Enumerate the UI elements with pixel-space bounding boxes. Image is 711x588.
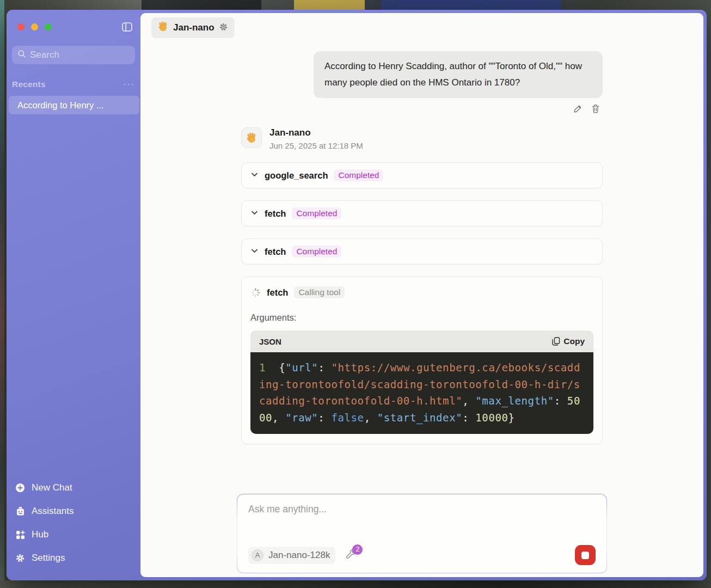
recents-label: Recents (12, 79, 46, 89)
message-timestamp: Jun 25, 2025 at 12:18 PM (269, 141, 363, 150)
chat-input[interactable] (248, 504, 596, 515)
arguments-label: Arguments: (250, 313, 593, 323)
stop-icon (581, 552, 589, 559)
gear-icon[interactable] (219, 22, 228, 34)
sidebar-item-hub[interactable]: Hub (12, 525, 135, 544)
app-window: Recents ··· According to Henry ... New C… (7, 10, 707, 580)
line-number: 1 (259, 362, 266, 373)
waving-hand-icon (158, 21, 169, 34)
model-avatar: A (252, 549, 263, 561)
model-selector[interactable]: A Jan-nano-128k (248, 547, 335, 564)
edit-message-icon[interactable] (573, 103, 583, 113)
assistant-avatar (241, 127, 262, 148)
recents-more-button[interactable]: ··· (123, 82, 135, 87)
wallpaper-patch (381, 0, 561, 11)
gear-icon (15, 553, 25, 563)
nav-label: Assistants (32, 506, 73, 517)
wallpaper-patch (142, 0, 261, 11)
delete-message-icon[interactable] (591, 103, 600, 113)
nav-label: Settings (32, 553, 65, 564)
new-chat-icon (15, 483, 25, 493)
message-actions (241, 103, 603, 113)
sidebar-item-recent-chat[interactable]: According to Henry ... (9, 96, 139, 114)
status-badge: Completed (292, 246, 341, 258)
assistants-icon (15, 506, 25, 516)
recents-header: Recents ··· (12, 79, 135, 89)
user-message: According to Henry Scadding, author of "… (314, 51, 603, 98)
main-panel: Jan-nano According to Henry Scadding, au… (140, 13, 703, 577)
tool-call-row[interactable]: fetch Completed (241, 200, 603, 226)
code-block-header: JSON Copy (250, 330, 593, 352)
wallpaper-patch (0, 580, 711, 588)
copy-button[interactable]: Copy (552, 336, 585, 346)
composer-toolbar: A Jan-nano-128k 2 (248, 545, 596, 565)
zoom-window-button[interactable] (45, 23, 52, 30)
spinner-icon (250, 287, 261, 298)
assistant-header: Jan-nano Jun 25, 2025 at 12:18 PM (241, 127, 603, 150)
search-icon (17, 50, 26, 60)
tools-count-badge: 2 (352, 544, 363, 555)
traffic-lights (17, 23, 52, 30)
tool-call-row: fetch Calling tool (250, 286, 593, 298)
chat-thread: According to Henry Scadding, author of "… (241, 38, 603, 444)
recent-chat-label: According to Henry ... (17, 100, 104, 111)
sidebar-toggle-icon[interactable] (120, 20, 134, 33)
wallpaper-patch (0, 0, 4, 588)
tool-call-running-card: fetch Calling tool Arguments: JSON Copy … (241, 277, 603, 444)
tool-call-row[interactable]: google_search Completed (241, 162, 603, 188)
chevron-down-icon (250, 209, 259, 219)
wallpaper-patch (294, 0, 365, 11)
tool-name: fetch (265, 209, 286, 219)
tool-name: fetch (267, 287, 288, 298)
tool-call-row[interactable]: fetch Completed (241, 238, 603, 265)
status-badge: Completed (292, 207, 341, 219)
code-language-label: JSON (259, 337, 281, 346)
sidebar-item-assistants[interactable]: Assistants (12, 502, 135, 520)
search-field[interactable] (12, 46, 135, 64)
nav-label: New Chat (32, 482, 72, 493)
minimize-window-button[interactable] (31, 23, 38, 30)
copy-icon (552, 337, 560, 346)
close-window-button[interactable] (17, 23, 24, 30)
status-badge: Completed (334, 169, 383, 181)
tool-name: google_search (265, 170, 328, 181)
copy-label: Copy (563, 336, 585, 346)
status-badge: Calling tool (294, 286, 345, 298)
chevron-down-icon (250, 247, 259, 257)
sidebar: Recents ··· According to Henry ... New C… (7, 10, 140, 580)
assistant-selector[interactable]: Jan-nano (151, 17, 235, 38)
chevron-down-icon (250, 170, 259, 181)
sidebar-nav: New Chat Assistants Hub Settings (7, 479, 140, 567)
assistant-name: Jan-nano (269, 127, 363, 138)
tool-name: fetch (265, 247, 286, 257)
tools-button[interactable]: 2 (345, 548, 358, 562)
sidebar-spacer (7, 114, 140, 479)
sidebar-item-settings[interactable]: Settings (12, 549, 135, 567)
hub-icon (15, 530, 25, 540)
nav-label: Hub (32, 529, 48, 540)
sidebar-item-new-chat[interactable]: New Chat (12, 479, 135, 497)
code-content: 1 {"url": "https://www.gutenberg.ca/eboo… (250, 352, 593, 434)
code-block: JSON Copy 1 {"url": "https://www.gutenbe… (250, 330, 593, 434)
model-name: Jan-nano-128k (268, 550, 330, 561)
composer: A Jan-nano-128k 2 (237, 494, 607, 573)
waving-hand-icon (246, 132, 258, 144)
stop-generation-button[interactable] (575, 545, 596, 565)
assistant-meta: Jan-nano Jun 25, 2025 at 12:18 PM (269, 127, 363, 150)
main-header: Jan-nano (140, 13, 703, 38)
page-title: Jan-nano (173, 22, 214, 33)
search-input[interactable] (30, 50, 150, 60)
titlebar (7, 22, 140, 32)
